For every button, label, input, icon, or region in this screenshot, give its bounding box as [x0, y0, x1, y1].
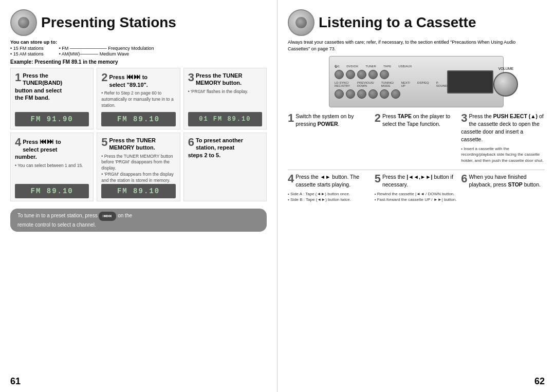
- info-cols: • 15 FM stations • 15 AM stations • FM —…: [10, 46, 267, 57]
- right-step-2: 2 Press TAPE on the player to select the…: [375, 113, 458, 163]
- right-title-area: Listening to a Cassette: [288, 9, 545, 36]
- right-step-5: 5 Press the |◄◄,►►| button if necessary.…: [375, 173, 458, 202]
- ld-sync-button: [335, 89, 344, 99]
- device-mid-area: [447, 70, 493, 94]
- right-step-6: 6 When you have finished playback, press…: [461, 173, 545, 202]
- right-step-2-content: Press TAPE on the player to select the T…: [382, 113, 450, 127]
- right-step-3: 3 Press the PUSH EJECT (▲) of the casset…: [461, 113, 545, 163]
- step-5-title: Press the TUNERMEMORY button.: [109, 137, 156, 151]
- right-steps-bottom: 4 Press the ◄► button. The cassette star…: [288, 173, 545, 202]
- device-right-controls: VOLUME: [493, 67, 518, 97]
- step-3-box: 3 Press the TUNERMEMORY button. • 'PRGM'…: [183, 68, 267, 129]
- step-5-box: 5 Press the TUNERMEMORY button. • Press …: [97, 133, 180, 201]
- step-2-number: 2: [101, 72, 107, 83]
- right-info: Always treat your cassettes with care; r…: [288, 39, 519, 52]
- step-5-number: 5: [101, 137, 107, 148]
- step-1-box: 1 Press the TUNER(BAND)button and select…: [10, 68, 94, 129]
- right-step-4-number: 4: [288, 173, 294, 184]
- right-step-3-content: Press the PUSH EJECT (▲) of the cassette…: [461, 113, 543, 142]
- step-4-notes: • You can select between 1 and 15.: [15, 163, 89, 169]
- right-page: Listening to a Cassette Always treat you…: [278, 0, 555, 392]
- step-5-notes: • Press the TUNER MEMORY button before '…: [101, 154, 175, 184]
- step-5-header: 5 Press the TUNERMEMORY button.: [101, 137, 175, 152]
- step-2-box: 2 Press ⏮⏭ toselect "89.10". • Refer to …: [97, 68, 180, 129]
- step-2-notes: • Refer to Step 2 on page 60 to automati…: [101, 90, 175, 109]
- steps-divider: [288, 170, 545, 170]
- step-4-lcd: FM 89.10: [15, 184, 89, 198]
- speaker-icon-right: [288, 9, 314, 36]
- device-buttons-row2: [335, 89, 447, 99]
- step-3-number: 3: [188, 72, 194, 83]
- right-step-2-number: 2: [375, 113, 381, 124]
- right-steps-top: 1 Switch the system on by pressing POWER…: [288, 113, 545, 163]
- device-left-controls: ⏻/| DVD/OK TUNER TAPE USB/AUX L: [335, 65, 447, 99]
- step-3-lcd: 01 FM 89.10: [188, 112, 262, 126]
- step-6-header: 6 To preset anotherstation, repeatsteps …: [188, 137, 262, 159]
- right-page-number: 62: [288, 373, 545, 387]
- info-col1-item2: • 15 AM stations: [10, 51, 44, 57]
- info-col2-item1: • FM ———————— Frequency Modulation: [59, 46, 154, 51]
- right-step-1-content: Switch the system on by pressing POWER.: [295, 113, 354, 127]
- device-body: ⏻/| DVD/OK TUNER TAPE USB/AUX L: [329, 56, 504, 107]
- left-page: Presenting Stations You can store up to:…: [0, 0, 278, 392]
- step-4-header: 4 Press ⏮⏭ toselect presetnumber.: [15, 137, 89, 161]
- device-illustration: ⏻/| DVD/OK TUNER TAPE USB/AUX L: [288, 56, 545, 107]
- next-button: [368, 89, 378, 99]
- steps-grid: 1 Press the TUNER(BAND)button and select…: [10, 68, 267, 201]
- step-6-number: 6: [188, 137, 194, 148]
- tape-slot: [447, 70, 493, 94]
- speaker-icon-left: [10, 9, 37, 36]
- device-mid-labels: LD SYNC/REC/STBY PREVIOUS/DOWN TUNING/MO…: [335, 81, 447, 87]
- step-1-header: 1 Press the TUNER(BAND)button and select…: [15, 72, 89, 101]
- step-4-box: 4 Press ⏮⏭ toselect presetnumber. • You …: [10, 133, 94, 201]
- step-1-title: Press the TUNER(BAND)button and selectth…: [15, 72, 62, 101]
- left-title-area: Presenting Stations: [10, 9, 267, 36]
- usb-aux-button: [380, 70, 389, 79]
- bottom-note: To tune in to a preset station, press ⏮⏭…: [10, 209, 267, 232]
- info-col1-item1: • 15 FM stations: [10, 46, 44, 51]
- step-1-number: 1: [15, 72, 21, 83]
- bottom-note-text: To tune in to a preset station, press: [17, 213, 99, 218]
- left-page-title: Presenting Stations: [41, 15, 176, 31]
- step-3-header: 3 Press the TUNERMEMORY button.: [188, 72, 262, 87]
- p-sound-button: [391, 89, 400, 99]
- tune-button-icon: ⏮⏭: [99, 212, 116, 221]
- page: Presenting Stations You can store up to:…: [0, 0, 555, 392]
- volume-knob: [493, 72, 518, 97]
- right-step-5-notes: • Rewind the cassette |◄◄ / DOWN button.…: [375, 191, 458, 202]
- previous-button: [346, 89, 355, 99]
- right-step-3-notes: • Insert a cassette with the recording/p…: [461, 146, 545, 163]
- step-2-title: Press ⏮⏭ toselect "89.10".: [109, 74, 148, 88]
- step-3-title: Press the TUNERMEMORY button.: [196, 72, 242, 86]
- right-step-4: 4 Press the ◄► button. The cassette star…: [288, 173, 372, 202]
- right-step-4-content: Press the ◄► button. The cassette starts…: [295, 174, 359, 188]
- power-button: [335, 70, 344, 79]
- tuning-button: [357, 89, 366, 99]
- left-page-number: 61: [10, 373, 267, 387]
- volume-label: VOLUME: [498, 67, 514, 70]
- right-step-1: 1 Switch the system on by pressing POWER…: [288, 113, 372, 163]
- device-buttons-row1: [335, 70, 447, 79]
- info-col-2: • FM ———————— Frequency Modulation • AM(…: [59, 46, 154, 57]
- step-6-box: 6 To preset anotherstation, repeatsteps …: [183, 133, 267, 201]
- right-step-6-content: When you have finished playback, press S…: [469, 174, 541, 188]
- right-page-title: Listening to a Cassette: [319, 15, 476, 31]
- tape-button: [368, 70, 378, 79]
- step-4-number: 4: [15, 137, 21, 148]
- right-step-3-number: 3: [461, 113, 467, 124]
- step-5-lcd: FM 89.10: [101, 184, 175, 198]
- info-col-1: • 15 FM stations • 15 AM stations: [10, 46, 44, 57]
- device-top-labels: ⏻/| DVD/OK TUNER TAPE USB/AUX: [335, 65, 447, 68]
- right-step-5-number: 5: [375, 173, 381, 184]
- example-header: Example: Presenting FM 89.1 in the memor…: [10, 59, 267, 65]
- step-2-lcd: FM 89.10: [101, 112, 175, 126]
- info-box: You can store up to: • 15 FM stations • …: [10, 39, 267, 57]
- step-3-notes: • 'PRGM' flashes in the display.: [188, 89, 262, 95]
- info-col2-item2: • AM(MW)———— Medium Wave: [59, 51, 154, 57]
- dsp-eq-button: [380, 89, 389, 99]
- info-title: You can store up to:: [10, 39, 267, 45]
- step-1-lcd: FM 91.90: [15, 112, 89, 126]
- tuner-button: [357, 70, 366, 79]
- right-step-1-number: 1: [288, 113, 294, 124]
- step-4-title: Press ⏮⏭ toselect presetnumber.: [15, 139, 61, 160]
